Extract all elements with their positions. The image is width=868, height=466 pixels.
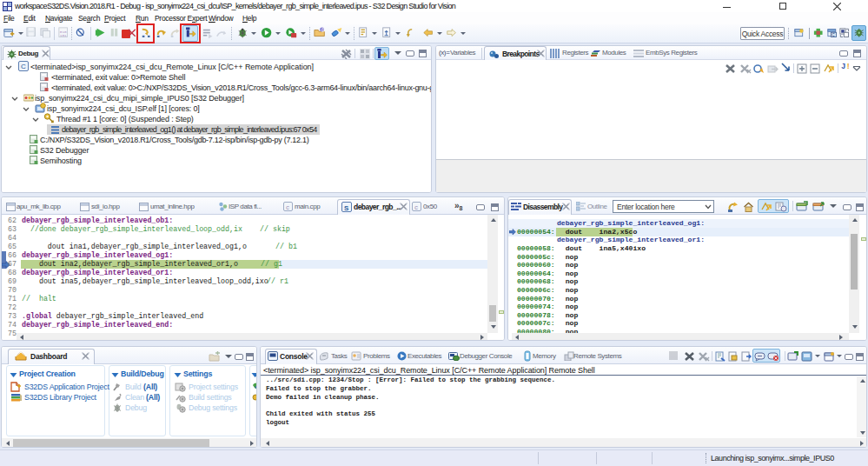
svg-text:C: C bbox=[832, 33, 835, 37]
svg-text:c: c bbox=[414, 204, 418, 211]
svg-text:c: c bbox=[286, 204, 289, 211]
svg-text:101: 101 bbox=[60, 33, 67, 37]
svg-text:@: @ bbox=[321, 27, 325, 32]
svg-text:S: S bbox=[344, 204, 349, 212]
svg-text:C: C bbox=[21, 63, 26, 70]
